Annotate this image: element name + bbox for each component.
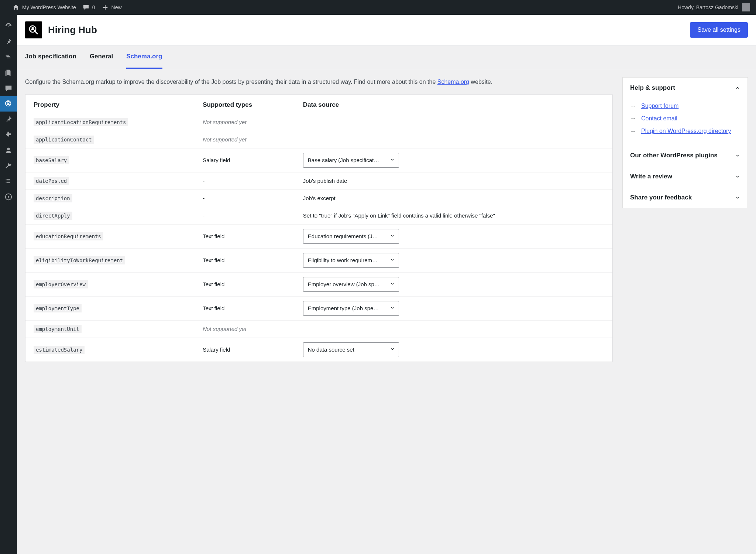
comments-count: 0	[92, 4, 95, 10]
property-code: applicantLocationRequirements	[34, 118, 128, 126]
panel-header[interactable]: Help & support	[623, 78, 748, 98]
page-title: Hiring Hub	[48, 24, 97, 36]
svg-point-6	[31, 27, 34, 29]
avatar[interactable]	[742, 3, 750, 11]
panel-help-support: Help & support→Support forum→Contact ema…	[622, 77, 748, 145]
supported-types: Not supported yet	[195, 131, 295, 148]
sidebar-pages[interactable]	[0, 65, 17, 81]
property-code: educationRequirements	[34, 232, 103, 240]
table-row: estimatedSalarySalary fieldNo data sourc…	[25, 338, 612, 362]
sidebar-users[interactable]	[0, 143, 17, 158]
table-row: educationRequirementsText fieldEducation…	[25, 224, 612, 248]
sidebar-media[interactable]	[0, 49, 17, 65]
save-button[interactable]: Save all settings	[690, 22, 748, 38]
tab-general[interactable]: General	[90, 45, 113, 69]
help-link[interactable]: Support forum	[641, 103, 678, 109]
property-code: description	[34, 194, 72, 202]
schema-link[interactable]: Schema.org	[437, 79, 469, 85]
table-row: datePosted-Job's publish date	[25, 172, 612, 189]
panel-title: Share your feedback	[630, 194, 692, 201]
chevron-down-icon	[735, 153, 740, 158]
sidebar-dashboard[interactable]	[0, 18, 17, 34]
property-code: employerOverview	[34, 280, 88, 288]
table-row: employmentTypeText fieldEmployment type …	[25, 296, 612, 320]
table-row: applicationContactNot supported yet	[25, 131, 612, 148]
th-source: Data source	[295, 95, 612, 114]
tab-job-specification[interactable]: Job specification	[25, 45, 76, 69]
panel-header[interactable]: Write a review	[623, 166, 748, 187]
panel-our-other-wordpress-plugins: Our other WordPress plugins	[622, 145, 748, 166]
intro-text: Configure the Schema.org markup to impro…	[25, 77, 613, 87]
supported-types: Not supported yet	[195, 320, 295, 338]
data-source-cell	[295, 131, 612, 148]
sidebar-pin[interactable]	[0, 34, 17, 49]
table-row: baseSalarySalary fieldBase salary (Job s…	[25, 148, 612, 172]
supported-types: Not supported yet	[195, 114, 295, 131]
arrow-right-icon: →	[630, 115, 636, 122]
data-source-select[interactable]: Base salary (Job specificat…	[303, 153, 399, 168]
property-code: datePosted	[34, 177, 69, 185]
data-source-cell: Set to "true" if Job's "Apply on Link" f…	[295, 207, 612, 224]
panel-header[interactable]: Share your feedback	[623, 187, 748, 208]
comments-link[interactable]: 0	[83, 4, 95, 11]
table-row: eligibilityToWorkRequirementText fieldEl…	[25, 248, 612, 272]
sidebar-comments[interactable]	[0, 81, 17, 96]
th-types: Supported types	[195, 95, 295, 114]
chevron-down-icon	[390, 305, 395, 310]
property-code: directApply	[34, 212, 72, 220]
sidebar-tools[interactable]	[0, 158, 17, 174]
data-source-cell	[295, 114, 612, 131]
sidebar-collapse[interactable]	[0, 189, 17, 205]
page-header: Hiring Hub Save all settings	[17, 15, 756, 45]
help-link[interactable]: Plugin on WordPress.org directory	[641, 128, 731, 134]
chevron-down-icon	[390, 346, 395, 352]
comment-icon	[83, 4, 89, 11]
data-source-select[interactable]: No data source set	[303, 342, 399, 357]
help-link-row: →Contact email	[630, 112, 740, 125]
data-source-select[interactable]: Employment type (Job spe…	[303, 301, 399, 316]
supported-types: Salary field	[195, 148, 295, 172]
svg-point-1	[7, 102, 9, 104]
chevron-down-icon	[735, 174, 740, 179]
site-link[interactable]: My WordPress Website	[13, 4, 76, 11]
table-row: applicantLocationRequirementsNot support…	[25, 114, 612, 131]
table-row: description-Job's excerpt	[25, 189, 612, 207]
panel-header[interactable]: Our other WordPress plugins	[623, 145, 748, 166]
supported-types: -	[195, 207, 295, 224]
property-code: eligibilityToWorkRequirement	[34, 256, 125, 264]
new-link[interactable]: New	[102, 4, 122, 11]
data-source-cell: Job's publish date	[295, 172, 612, 189]
panel-title: Our other WordPress plugins	[630, 152, 718, 159]
data-source-select[interactable]: Employer overview (Job sp…	[303, 277, 399, 292]
table-row: employerOverviewText fieldEmployer overv…	[25, 272, 612, 296]
data-source-select[interactable]: Eligibility to work requirem…	[303, 253, 399, 268]
sidebar-settings[interactable]	[0, 174, 17, 189]
supported-types: Text field	[195, 272, 295, 296]
panel-write-a-review: Write a review	[622, 166, 748, 187]
plus-icon	[102, 4, 109, 11]
greeting[interactable]: Howdy, Bartosz Gadomski	[678, 4, 738, 10]
sidebar-plugins[interactable]	[0, 127, 17, 143]
panel-body: →Support forum→Contact email→Plugin on W…	[623, 98, 748, 145]
help-link[interactable]: Contact email	[641, 115, 677, 122]
property-code: employmentUnit	[34, 325, 82, 333]
data-source-cell: Employer overview (Job sp…	[295, 272, 612, 296]
help-link-row: →Plugin on WordPress.org directory	[630, 125, 740, 137]
data-source-cell	[295, 320, 612, 338]
data-source-select[interactable]: Education requirements (J…	[303, 229, 399, 244]
sidebar-hiring-hub[interactable]	[0, 96, 17, 112]
supported-types: -	[195, 189, 295, 207]
sidebar-appearance[interactable]	[0, 112, 17, 127]
data-source-cell: Base salary (Job specificat…	[295, 148, 612, 172]
th-property: Property	[25, 95, 195, 114]
property-code: estimatedSalary	[34, 346, 85, 354]
panel-title: Write a review	[630, 173, 672, 180]
property-code: applicationContact	[34, 136, 94, 144]
help-link-row: →Support forum	[630, 100, 740, 112]
schema-table: Property Supported types Data source app…	[25, 94, 613, 362]
chevron-down-icon	[390, 233, 395, 238]
data-source-cell: Education requirements (J…	[295, 224, 612, 248]
svg-point-3	[7, 148, 10, 150]
tab-schema-org[interactable]: Schema.org	[126, 45, 162, 69]
arrow-right-icon: →	[630, 128, 636, 134]
